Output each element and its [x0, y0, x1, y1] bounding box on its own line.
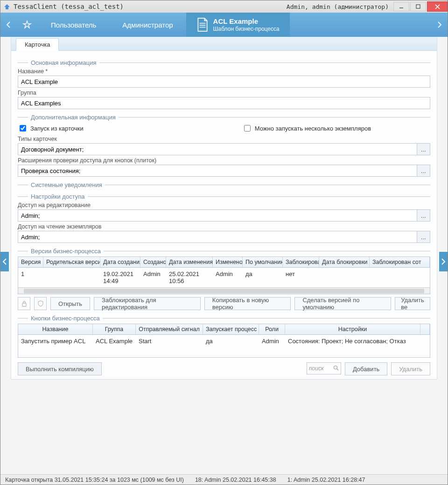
- label-button-extensions: Расширения проверки доступа для кнопок (…: [18, 157, 430, 164]
- ribbon: Пользователь Администратор ACL Example Ш…: [0, 13, 448, 37]
- window-title: TessaClient (tessa_acl_test): [14, 3, 124, 10]
- bcol-settings[interactable]: Настройки: [285, 324, 420, 334]
- label-card-types: Типы карточек: [18, 136, 430, 142]
- read-access-picker-button[interactable]: ...: [417, 231, 430, 243]
- col-locked-by[interactable]: Заблокирован сот: [370, 257, 430, 267]
- add-button[interactable]: Добавить: [345, 362, 387, 375]
- tab-user[interactable]: Пользователь: [38, 13, 109, 37]
- app-icon: [3, 3, 11, 10]
- section-extra-info: Дополнительная информация: [18, 114, 430, 121]
- checkbox-multi-instance[interactable]: Можно запускать несколько экземпляров: [242, 124, 371, 133]
- search-input[interactable]: поиск: [307, 362, 341, 374]
- minimize-button[interactable]: [393, 2, 409, 11]
- active-tab-title: ACL Example: [213, 17, 280, 26]
- launch-from-card-checkbox[interactable]: [20, 125, 26, 132]
- edit-access-input[interactable]: [18, 209, 417, 222]
- table-row[interactable]: 1 19.02.2021 14:49 Admin 25.02.2021 10:5…: [18, 268, 430, 287]
- read-access-input[interactable]: [18, 231, 417, 243]
- inner-tabstrip: Карточка: [11, 37, 437, 51]
- search-icon: [333, 365, 339, 372]
- bcol-signal[interactable]: Отправляемый сигнал: [136, 324, 203, 334]
- label-edit-access: Доступ на редактирование: [18, 202, 430, 208]
- label-name: Название *: [18, 68, 430, 75]
- compile-button[interactable]: Выполнить компиляцию: [18, 362, 102, 375]
- bcol-roles[interactable]: Роли: [259, 324, 285, 334]
- open-button[interactable]: Открыть: [50, 297, 90, 310]
- section-versions: Версии бизнес-процесса: [18, 248, 430, 255]
- favorites-button[interactable]: [16, 13, 38, 37]
- version-buttons-row: Открыть Заблокировать для редактирования…: [18, 297, 430, 310]
- svg-point-8: [334, 366, 337, 369]
- versions-header: Версия Родительская версия Дата создания…: [18, 257, 430, 268]
- col-created-by[interactable]: Создано: [140, 257, 166, 267]
- table-row[interactable]: Запустить пример ACL ACL Example Start д…: [18, 335, 430, 357]
- form: Основная информация Название * Группа До…: [11, 51, 437, 379]
- statusbar: Карточка открыта 31.05.2021 15:35:24 за …: [0, 474, 448, 485]
- status-modified: 18: Admin 25.02.2021 16:45:38: [195, 477, 276, 483]
- user-info: Admin, admin (администратор): [287, 3, 389, 10]
- versions-table: Версия Родительская версия Дата создания…: [18, 256, 430, 294]
- col-locked[interactable]: Заблокирован: [283, 257, 319, 267]
- lock-for-edit-button[interactable]: Заблокировать для редактирования: [94, 297, 201, 310]
- make-default-version-button[interactable]: Сделать версией по умолчанию: [294, 297, 391, 310]
- section-access: Настройки доступа: [18, 193, 430, 200]
- maximize-button[interactable]: [410, 2, 426, 11]
- document-icon: [196, 18, 209, 32]
- close-button[interactable]: [427, 1, 448, 12]
- section-main-info: Основная информация: [18, 59, 430, 66]
- buttons-header: Название Группа Отправляемый сигнал Запу…: [18, 324, 430, 335]
- bottom-buttons-row: Выполнить компиляцию поиск Добавить Удал…: [18, 362, 430, 375]
- bcol-empty: [420, 324, 430, 334]
- col-parent-version[interactable]: Родительская версия: [43, 257, 100, 267]
- svg-rect-1: [416, 5, 420, 8]
- col-modified-by[interactable]: Изменено: [213, 257, 243, 267]
- col-lock-date[interactable]: Дата блокировки: [319, 257, 370, 267]
- status-created: 1: Admin 25.02.2021 16:28:47: [287, 477, 365, 483]
- svg-line-9: [337, 369, 338, 370]
- bcol-name[interactable]: Название: [18, 324, 93, 334]
- multi-instance-checkbox[interactable]: [244, 125, 251, 132]
- checkbox-launch-from-card[interactable]: Запуск из карточки: [18, 124, 84, 133]
- edit-access-picker-button[interactable]: ...: [417, 209, 430, 222]
- nav-back-button[interactable]: [0, 13, 16, 37]
- section-process-buttons: Кнопки бизнес-процесса: [18, 315, 430, 322]
- svg-rect-7: [22, 303, 26, 306]
- label-read-access: Доступ на чтение экземпляров: [18, 223, 430, 230]
- col-modified-date[interactable]: Дата изменения: [166, 257, 213, 267]
- name-input[interactable]: [18, 76, 430, 88]
- buttons-table: Название Группа Отправляемый сигнал Запу…: [18, 324, 430, 358]
- delete-button[interactable]: Удалить: [391, 362, 430, 375]
- lock-icon-button[interactable]: [18, 297, 30, 310]
- side-arrow-left[interactable]: [0, 252, 9, 271]
- card-types-picker-button[interactable]: ...: [417, 143, 430, 155]
- button-ext-picker-button[interactable]: ...: [417, 165, 430, 177]
- tab-acl-example[interactable]: ACL Example Шаблон бизнес-процесса: [186, 13, 290, 37]
- active-tab-subtitle: Шаблон бизнес-процесса: [213, 26, 280, 32]
- horizontal-scrollbar[interactable]: [18, 287, 430, 294]
- tab-card[interactable]: Карточка: [16, 38, 59, 51]
- col-version[interactable]: Версия: [18, 257, 43, 267]
- group-input[interactable]: [18, 97, 430, 109]
- button-ext-input[interactable]: [18, 165, 417, 177]
- card-content: Карточка Основная информация Название * …: [11, 37, 437, 380]
- side-arrow-right[interactable]: [439, 252, 448, 271]
- card-types-input[interactable]: [18, 143, 417, 155]
- bcol-group[interactable]: Группа: [93, 324, 136, 334]
- col-created-date[interactable]: Дата создания: [100, 257, 140, 267]
- status-opened: Карточка открыта 31.05.2021 15:35:24 за …: [5, 477, 184, 483]
- main-window: TessaClient (tessa_acl_test) Admin, admi…: [0, 0, 448, 485]
- delete-version-button[interactable]: Удалить ве: [395, 297, 430, 310]
- section-sys-notifications: Системные уведомления: [18, 181, 430, 188]
- copy-to-new-version-button[interactable]: Копировать в новую версию: [204, 297, 291, 310]
- titlebar: TessaClient (tessa_acl_test) Admin, admi…: [0, 0, 448, 13]
- nav-forward-button[interactable]: [432, 13, 448, 37]
- shield-icon-button[interactable]: [34, 297, 47, 310]
- bcol-starts[interactable]: Запускает процесс: [203, 324, 259, 334]
- col-default[interactable]: По умолчанию: [243, 257, 283, 267]
- tab-administrator[interactable]: Администратор: [109, 13, 186, 37]
- label-group: Группа: [18, 90, 430, 96]
